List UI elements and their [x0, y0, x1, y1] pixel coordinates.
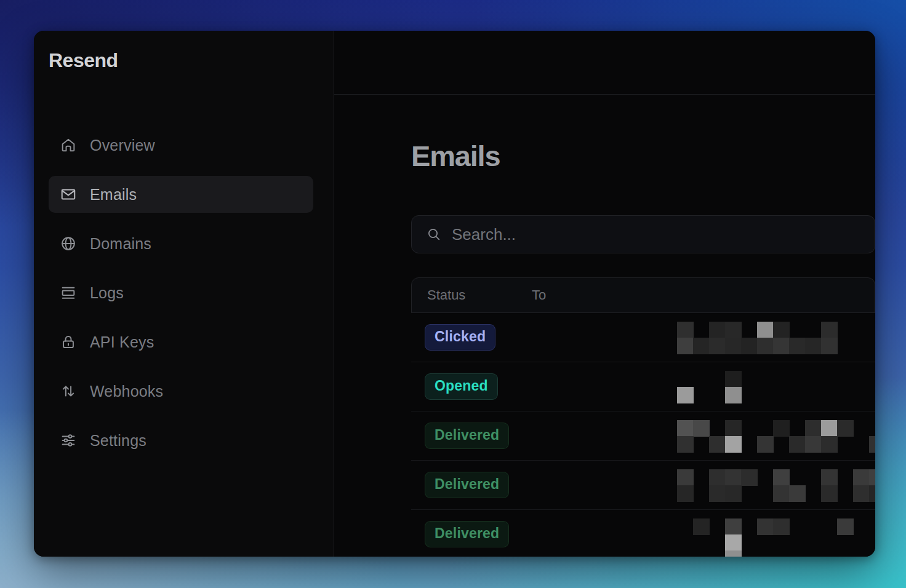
recipient-cell [547, 461, 875, 509]
emails-table: Status To ClickedOpenedDeliveredDelivere… [411, 277, 875, 557]
main-content: Emails Status To ClickedOpenedDeliveredD… [334, 139, 875, 557]
sidebar-item-emails[interactable]: Emails [49, 176, 313, 213]
brand-logo: Resend [49, 49, 313, 71]
sidebar-item-label: API Keys [90, 333, 154, 351]
arrows-up-down-icon [60, 383, 77, 400]
column-header-status: Status [412, 287, 532, 303]
sidebar-item-label: Domains [90, 235, 151, 253]
search-icon [427, 227, 441, 242]
recipient-cell [547, 510, 875, 557]
sidebar-item-domains[interactable]: Domains [49, 225, 313, 262]
status-badge: Clicked [425, 325, 495, 351]
recipient-cell [547, 313, 875, 362]
status-cell: Clicked [411, 325, 547, 351]
main-header [334, 31, 875, 95]
recipient-cell [547, 411, 875, 460]
sidebar-item-overview[interactable]: Overview [49, 127, 313, 164]
main-panel: Emails Status To ClickedOpenedDeliveredD… [334, 31, 875, 557]
status-cell: Delivered [411, 472, 547, 498]
sidebar-item-label: Logs [90, 284, 124, 302]
status-badge: Delivered [425, 423, 508, 449]
status-cell: Delivered [411, 423, 547, 449]
logs-icon [60, 284, 77, 301]
recipient-cell [547, 362, 875, 411]
redacted-recipient [677, 371, 875, 403]
sidebar-nav: OverviewEmailsDomainsLogsAPI KeysWebhook… [49, 127, 313, 459]
sidebar-item-settings[interactable]: Settings [49, 422, 313, 459]
status-badge: Delivered [425, 522, 508, 547]
sidebar-item-label: Overview [90, 137, 155, 154]
sidebar-item-label: Webhooks [90, 383, 163, 400]
table-row[interactable]: Delivered [411, 461, 875, 510]
sliders-icon [60, 432, 77, 449]
page-title: Emails [411, 139, 875, 173]
sidebar-item-api-keys[interactable]: API Keys [49, 324, 313, 360]
lock-icon [60, 333, 77, 351]
mail-icon [60, 186, 77, 203]
status-cell: Delivered [411, 522, 547, 547]
redacted-recipient [677, 322, 875, 354]
globe-icon [60, 235, 77, 252]
sidebar-item-label: Settings [90, 432, 146, 450]
column-header-to: To [532, 287, 546, 303]
table-row[interactable]: Opened [411, 362, 875, 411]
sidebar-item-label: Emails [90, 186, 137, 204]
home-icon [60, 137, 77, 154]
table-row[interactable]: Delivered [411, 411, 875, 461]
table-body: ClickedOpenedDeliveredDeliveredDelivered [411, 313, 875, 557]
sidebar: Resend OverviewEmailsDomainsLogsAPI Keys… [34, 31, 334, 557]
status-badge: Delivered [425, 472, 508, 498]
status-cell: Opened [411, 374, 547, 400]
sidebar-item-logs[interactable]: Logs [49, 274, 313, 311]
redacted-recipient [677, 420, 875, 452]
redacted-recipient [677, 518, 875, 550]
status-badge: Opened [425, 374, 497, 400]
redacted-recipient [677, 469, 875, 501]
table-row[interactable]: Clicked [411, 313, 875, 362]
table-header-row: Status To [411, 277, 875, 313]
search-box[interactable] [411, 215, 875, 253]
sidebar-item-webhooks[interactable]: Webhooks [49, 373, 313, 410]
app-window: Resend OverviewEmailsDomainsLogsAPI Keys… [34, 31, 875, 557]
table-row[interactable]: Delivered [411, 510, 875, 557]
search-input[interactable] [452, 225, 862, 244]
